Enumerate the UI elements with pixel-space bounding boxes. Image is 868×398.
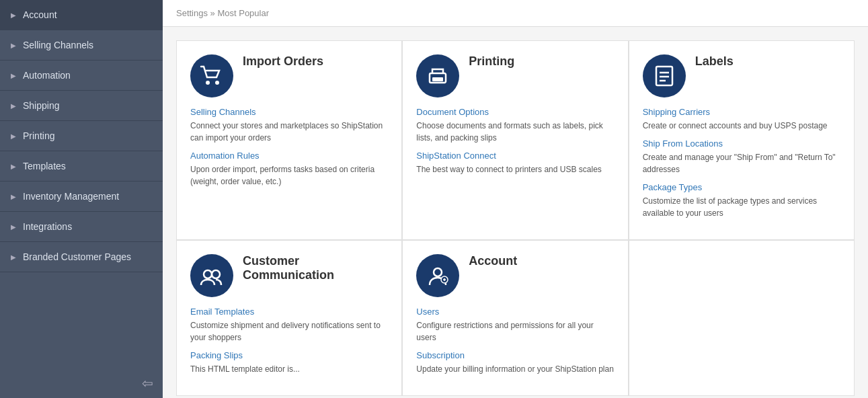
- chevron-icon: ▶: [11, 253, 16, 261]
- section-customer-communication: Customer Communication Email Templates C…: [176, 240, 402, 396]
- main-content: Settings » Most Popular Import Orders Se…: [163, 0, 868, 398]
- sidebar-item-branded-customer-pages[interactable]: ▶Branded Customer Pages: [0, 242, 163, 272]
- chevron-icon: ▶: [11, 102, 16, 110]
- section-header-printing: Printing: [416, 54, 614, 97]
- svg-point-0: [206, 81, 210, 85]
- section-import-orders: Import Orders Selling Channels Connect y…: [176, 40, 402, 240]
- section-links-labels: Shipping Carriers Create or connect acco…: [643, 107, 840, 219]
- desc-labels-2: Customize the list of package types and …: [643, 195, 840, 219]
- section-title-customer-communication: Customer Communication: [243, 254, 388, 282]
- sidebar-item-automation[interactable]: ▶Automation: [0, 61, 163, 91]
- link-account-0[interactable]: Users: [416, 307, 614, 317]
- desc-printing-0: Choose documents and formats such as lab…: [416, 120, 614, 144]
- link-labels-1[interactable]: Ship From Locations: [643, 138, 840, 149]
- desc-customer-communication-0: Customize shipment and delivery notifica…: [190, 319, 388, 344]
- section-title-import-orders: Import Orders: [243, 54, 323, 69]
- section-title-account: Account: [469, 254, 517, 268]
- desc-account-1: Update your billing information or your …: [416, 363, 614, 375]
- section-header-import-orders: Import Orders: [190, 54, 388, 97]
- chevron-icon: ▶: [11, 132, 16, 140]
- section-icon-import-orders: [190, 54, 233, 97]
- section-links-account: Users Configure restrictions and permiss…: [416, 307, 614, 375]
- chevron-icon: ▶: [11, 193, 16, 200]
- sidebar: ▶Account▶Selling Channels▶Automation▶Shi…: [0, 0, 163, 398]
- sidebar-item-shipping[interactable]: ▶Shipping: [0, 91, 163, 121]
- sidebar-item-label: Integrations: [23, 221, 72, 232]
- sidebar-item-label: Branded Customer Pages: [23, 251, 131, 262]
- link-labels-0[interactable]: Shipping Carriers: [643, 107, 840, 117]
- sidebar-item-label: Inventory Management: [23, 191, 119, 202]
- sidebar-item-selling-channels[interactable]: ▶Selling Channels: [0, 30, 163, 61]
- svg-point-9: [212, 270, 220, 278]
- link-customer-communication-1[interactable]: Packing Slips: [190, 350, 388, 360]
- sidebar-item-label: Shipping: [23, 100, 60, 111]
- section-icon-labels: [643, 54, 686, 97]
- link-labels-2[interactable]: Package Types: [643, 182, 840, 192]
- link-import-orders-1[interactable]: Automation Rules: [190, 151, 388, 161]
- section-icon-account: [416, 254, 459, 297]
- link-customer-communication-0[interactable]: Email Templates: [190, 307, 388, 317]
- section-header-customer-communication: Customer Communication: [190, 254, 388, 297]
- svg-point-1: [215, 81, 219, 85]
- desc-labels-0: Create or connect accounts and buy USPS …: [643, 120, 840, 132]
- section-title-labels: Labels: [695, 54, 734, 69]
- sidebar-item-printing[interactable]: ▶Printing: [0, 121, 163, 151]
- section-header-labels: Labels: [643, 54, 840, 97]
- section-icon-customer-communication: [190, 254, 233, 297]
- sidebar-item-label: Templates: [23, 161, 66, 171]
- sidebar-item-label: Automation: [23, 70, 71, 81]
- section-header-account: Account: [416, 254, 614, 297]
- sidebar-item-label: Selling Channels: [23, 40, 93, 50]
- chevron-icon: ▶: [11, 42, 16, 49]
- breadcrumb: Settings » Most Popular: [176, 8, 269, 18]
- header: Settings » Most Popular: [163, 0, 868, 27]
- desc-import-orders-1: Upon order import, performs tasks based …: [190, 163, 388, 188]
- chevron-icon: ▶: [11, 11, 16, 19]
- section-icon-printing: [416, 54, 459, 97]
- sidebar-item-templates[interactable]: ▶Templates: [0, 151, 163, 182]
- link-printing-0[interactable]: Document Options: [416, 107, 614, 117]
- chevron-icon: ▶: [11, 223, 16, 231]
- desc-account-0: Configure restrictions and permissions f…: [416, 319, 614, 344]
- sidebar-collapse-button[interactable]: ⇦: [0, 368, 163, 398]
- desc-import-orders-0: Connect your stores and marketplaces so …: [190, 120, 388, 144]
- sidebar-item-account[interactable]: ▶Account: [0, 0, 163, 30]
- link-import-orders-0[interactable]: Selling Channels: [190, 107, 388, 117]
- section-printing: Printing Document Options Choose documen…: [402, 40, 628, 240]
- desc-labels-1: Create and manage your "Ship From" and "…: [643, 151, 840, 175]
- sections-grid: Import Orders Selling Channels Connect y…: [176, 40, 855, 396]
- section-links-import-orders: Selling Channels Connect your stores and…: [190, 107, 388, 188]
- link-account-1[interactable]: Subscription: [416, 350, 614, 360]
- section-labels: Labels Shipping Carriers Create or conne…: [629, 40, 855, 240]
- desc-customer-communication-1: This HTML template editor is...: [190, 363, 388, 375]
- chevron-icon: ▶: [11, 72, 16, 79]
- section-links-customer-communication: Email Templates Customize shipment and d…: [190, 307, 388, 375]
- sidebar-item-inventory-management[interactable]: ▶Inventory Management: [0, 182, 163, 212]
- sidebar-item-label: Account: [23, 9, 57, 20]
- svg-point-10: [434, 268, 442, 276]
- section-account: Account Users Configure restrictions and…: [402, 240, 628, 396]
- desc-printing-1: The best way to connect to printers and …: [416, 163, 614, 175]
- section-links-printing: Document Options Choose documents and fo…: [416, 107, 614, 175]
- chevron-icon: ▶: [11, 163, 16, 170]
- section-title-printing: Printing: [469, 54, 514, 69]
- section-empty: [629, 240, 855, 396]
- sidebar-item-label: Printing: [23, 130, 54, 141]
- svg-point-8: [204, 270, 212, 278]
- sidebar-item-integrations[interactable]: ▶Integrations: [0, 212, 163, 242]
- svg-rect-3: [432, 77, 443, 81]
- link-printing-1[interactable]: ShipStation Connect: [416, 151, 614, 161]
- content-area: Import Orders Selling Channels Connect y…: [163, 27, 868, 398]
